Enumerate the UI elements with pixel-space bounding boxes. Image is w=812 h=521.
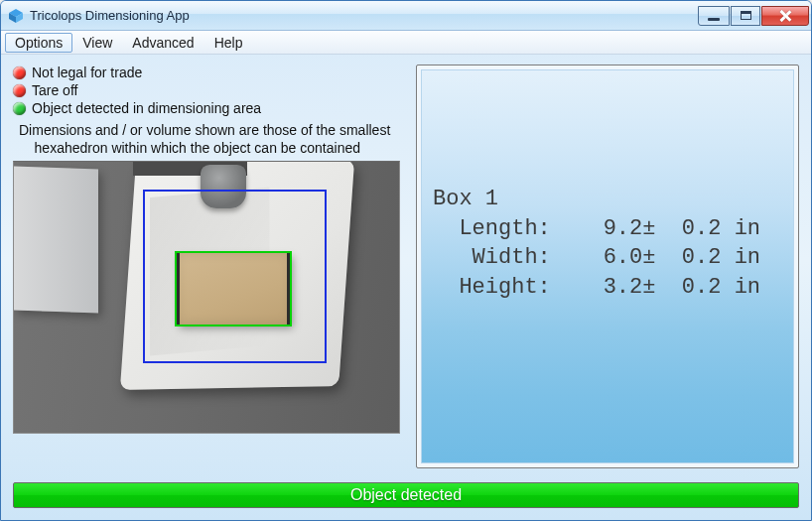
status-dot-icon: [13, 66, 26, 79]
camera-view: [13, 161, 400, 434]
app-window: Tricolops Dimensioning App Options View …: [0, 0, 812, 521]
status-item: Tare off: [13, 82, 402, 98]
menu-help[interactable]: Help: [204, 33, 253, 53]
close-button[interactable]: [761, 6, 809, 26]
status-text: Object detected in dimensioning area: [32, 100, 261, 116]
hint-text: Dimensions and / or volume shown are tho…: [19, 122, 402, 157]
minimize-button[interactable]: [698, 6, 730, 26]
status-text: Not legal for trade: [32, 65, 142, 80]
app-icon: [8, 8, 24, 24]
status-text: Tare off: [32, 82, 77, 98]
menu-advanced[interactable]: Advanced: [122, 33, 203, 53]
status-item: Not legal for trade: [13, 65, 402, 80]
object-bounding-rect: [175, 251, 292, 326]
status-bar: Object detected: [13, 482, 799, 508]
menu-view[interactable]: View: [72, 33, 122, 53]
results-text: Box 1 Length: 9.2± 0.2 in Width: 6.0± 0.…: [433, 185, 792, 303]
status-dot-icon: [13, 102, 26, 115]
window-controls: [697, 6, 809, 26]
content-area: Not legal for trade Tare off Object dete…: [1, 55, 811, 520]
status-item: Object detected in dimensioning area: [13, 100, 402, 116]
status-list: Not legal for trade Tare off Object dete…: [13, 65, 402, 118]
menu-options[interactable]: Options: [5, 33, 72, 53]
status-dot-icon: [13, 84, 26, 97]
left-pane: Not legal for trade Tare off Object dete…: [13, 65, 402, 468]
status-bar-text: Object detected: [350, 486, 462, 504]
titlebar[interactable]: Tricolops Dimensioning App: [1, 1, 811, 31]
results-panel: Box 1 Length: 9.2± 0.2 in Width: 6.0± 0.…: [416, 65, 799, 468]
maximize-button[interactable]: [731, 6, 760, 26]
menubar: Options View Advanced Help: [1, 31, 811, 55]
window-title: Tricolops Dimensioning App: [30, 8, 697, 23]
